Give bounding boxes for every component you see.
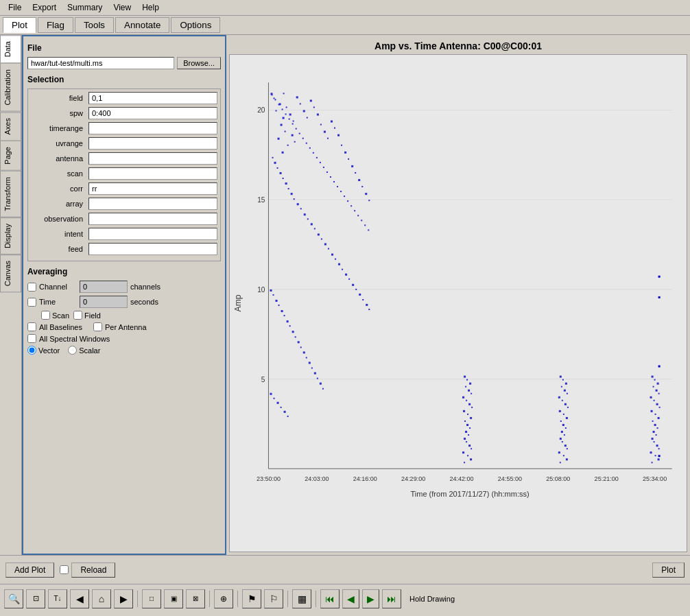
svg-rect-103 <box>306 357 307 358</box>
hold-drawing-label: Hold Drawing <box>409 595 455 603</box>
scan-label: scan <box>31 169 86 178</box>
reload-button[interactable]: Reload <box>71 562 115 578</box>
browse-button[interactable]: Browse... <box>177 57 221 69</box>
time-avg-input[interactable] <box>80 296 128 308</box>
svg-rect-52 <box>348 158 349 160</box>
side-tab-calibration[interactable]: Calibration <box>0 63 21 112</box>
tab-flag[interactable]: Flag <box>38 17 73 33</box>
side-tab-transform[interactable]: Transform <box>0 171 21 217</box>
tab-annotate[interactable]: Annotate <box>115 17 169 33</box>
svg-rect-48 <box>334 128 335 129</box>
left-panel: Data Calibration Axes Page Transform Dis… <box>0 35 226 555</box>
per-antenna-label: Per Antenna <box>105 323 147 331</box>
time-checkbox[interactable] <box>27 298 36 307</box>
side-tab-page[interactable]: Page <box>0 141 21 171</box>
menu-file[interactable]: File <box>3 1 27 14</box>
menubar: File Export Summary View Help <box>0 0 690 16</box>
prev-icon[interactable]: ◀ <box>70 589 89 608</box>
zoom-fit-icon[interactable]: ⊕ <box>214 589 233 608</box>
menu-help[interactable]: Help <box>136 1 165 14</box>
nav-play-button[interactable]: ▶ <box>362 589 379 608</box>
unflag-icon[interactable]: ⚐ <box>264 589 283 608</box>
antenna-input[interactable] <box>88 152 217 165</box>
intent-input[interactable] <box>88 228 217 240</box>
svg-rect-101 <box>300 346 302 348</box>
array-input[interactable] <box>88 198 217 210</box>
svg-rect-174 <box>561 386 562 388</box>
time-label: Time <box>39 298 77 306</box>
svg-rect-160 <box>469 427 471 429</box>
region-icon3[interactable]: ⊠ <box>186 589 205 608</box>
add-plot-button[interactable]: Add Plot <box>5 562 54 578</box>
svg-rect-170 <box>464 462 465 463</box>
all-spw-checkbox[interactable] <box>27 334 36 343</box>
timerange-input[interactable] <box>88 122 217 134</box>
svg-rect-194 <box>563 455 564 456</box>
file-path-input[interactable] <box>27 57 174 69</box>
all-baselines-checkbox[interactable] <box>27 322 36 331</box>
svg-rect-100 <box>298 341 300 343</box>
tab-plot[interactable]: Plot <box>3 17 36 33</box>
channel-avg-input[interactable] <box>80 281 128 293</box>
plot-button[interactable]: Plot <box>652 562 685 578</box>
tab-options[interactable]: Options <box>171 17 220 33</box>
feed-input[interactable] <box>88 243 217 255</box>
menu-view[interactable]: View <box>108 1 136 14</box>
sep1 <box>137 591 138 607</box>
side-tab-display[interactable]: Display <box>0 217 21 254</box>
tab-tools[interactable]: Tools <box>75 17 114 33</box>
select-box-icon[interactable]: ⊡ <box>26 589 45 608</box>
reload-checkbox[interactable] <box>60 565 69 574</box>
svg-rect-153 <box>468 403 471 405</box>
scalar-radio[interactable] <box>68 346 77 355</box>
observation-input[interactable] <box>88 213 217 225</box>
scan-avg-label[interactable]: Scan <box>41 311 69 320</box>
scan-field-row: Scan Field <box>27 311 221 320</box>
flag-icon[interactable]: ⚑ <box>242 589 261 608</box>
vector-radio[interactable] <box>27 346 36 355</box>
side-tab-canvas[interactable]: Canvas <box>0 254 21 292</box>
svg-rect-210 <box>652 420 654 422</box>
field-avg-checkbox[interactable] <box>73 311 82 320</box>
svg-rect-26 <box>286 106 287 108</box>
svg-rect-195 <box>566 458 568 460</box>
scan-avg-checkbox[interactable] <box>41 311 50 320</box>
field-input[interactable] <box>88 92 217 104</box>
channel-checkbox[interactable] <box>27 283 36 292</box>
home-icon[interactable]: ⌂ <box>92 589 111 608</box>
menu-export[interactable]: Export <box>27 1 62 14</box>
play-icon[interactable]: ▶ <box>114 589 133 608</box>
svg-rect-32 <box>287 145 289 146</box>
svg-rect-163 <box>464 438 466 440</box>
nav-first-button[interactable]: ⏮ <box>320 589 340 608</box>
color-icon[interactable]: ▦ <box>292 589 311 608</box>
field-avg-label[interactable]: Field <box>73 311 101 320</box>
region-icon2[interactable]: ▣ <box>164 589 183 608</box>
scan-input[interactable] <box>88 167 217 180</box>
averaging-section: Averaging Channel channels Time seconds <box>27 267 221 355</box>
nav-prev-button[interactable]: ◀ <box>342 589 359 608</box>
chart-container[interactable]: Amp 20 15 10 5 <box>229 54 687 552</box>
spw-input[interactable] <box>88 107 217 119</box>
vector-radio-label[interactable]: Vector <box>27 346 60 355</box>
svg-rect-22 <box>274 97 275 99</box>
svg-text:Amp: Amp <box>233 294 243 311</box>
scalar-radio-label[interactable]: Scalar <box>68 346 100 355</box>
rect-region-icon[interactable]: □ <box>142 589 161 608</box>
svg-rect-71 <box>307 218 309 220</box>
svg-rect-166 <box>471 448 472 449</box>
svg-rect-144 <box>287 416 289 417</box>
zoom-icon[interactable]: 🔍 <box>4 589 23 608</box>
side-tab-data[interactable]: Data <box>0 35 21 63</box>
menu-summary[interactable]: Summary <box>62 1 108 14</box>
svg-rect-33 <box>292 134 294 137</box>
svg-rect-128 <box>333 181 335 182</box>
text-icon[interactable]: T↓ <box>48 589 67 608</box>
side-tab-axes[interactable]: Axes <box>0 112 21 141</box>
svg-rect-67 <box>294 198 295 200</box>
uvrange-input[interactable] <box>88 137 217 150</box>
corr-input[interactable] <box>88 182 217 195</box>
per-antenna-checkbox[interactable] <box>93 322 102 331</box>
nav-next-button[interactable]: ⏭ <box>382 589 401 608</box>
sep4 <box>287 591 288 607</box>
